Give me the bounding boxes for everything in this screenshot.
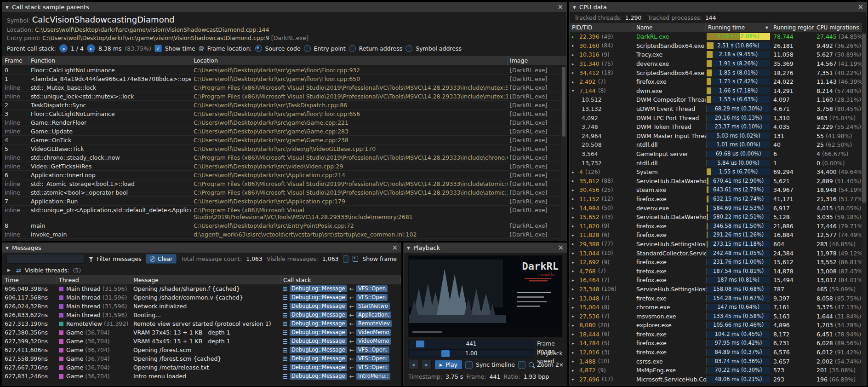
stack-frame-chip[interactable]: VFS::Open: <box>356 347 389 353</box>
scrollbar[interactable] <box>862 33 866 385</box>
expand-row-icon[interactable]: ▸ <box>572 215 577 219</box>
radio-label[interactable]: Return address <box>359 45 403 52</box>
filter-input[interactable] <box>6 254 84 264</box>
cpu-row[interactable]: ▸10,316(9)Tracy.exe2.18 s (9.45%)11,0585… <box>570 50 862 59</box>
visible-threads-row[interactable]: ▶ ⇄ Visible threads: (5) <box>2 265 401 275</box>
cpu-row[interactable]: ▸18,444(6)firefox.exe104.2 ms (0.45%)8,1… <box>570 330 862 339</box>
callstack-table-row[interactable]: 8mainC:\Users\wolf\Desktop\darkrl\src\En… <box>2 221 566 230</box>
radio-return-address[interactable] <box>349 45 356 52</box>
cpu-row[interactable]: ▾7,144(8)dwm.exe1.66 s (7.18%)14,2918,21… <box>570 87 862 96</box>
callstack-table-row[interactable]: 7Application::RunC:\Users\wolf\Desktop\d… <box>2 197 566 206</box>
show-frame-label[interactable]: Show frame <box>362 255 397 262</box>
expand-row-icon[interactable]: ▸ <box>572 287 577 291</box>
expand-row-icon[interactable]: ▸ <box>572 350 577 355</box>
stack-frame-chip[interactable]: VFS::Open: <box>356 364 389 371</box>
callstack-table-row[interactable]: inlinestd::_Mutex_base::lockC:\Program F… <box>2 83 566 92</box>
expand-row-icon[interactable]: ▸ <box>572 35 577 39</box>
cpu-row[interactable]: 13,732ntdll.dll5.84 us (0.00%)10 (0.00%) <box>570 158 862 168</box>
expand-row-icon[interactable]: ▸ <box>572 251 577 255</box>
expand-row-icon[interactable]: ▸ <box>572 206 577 210</box>
message-row[interactable]: 627,558,996nsGame (36,704)Opening /fores… <box>2 354 401 363</box>
callstack-table-row[interactable]: 2TaskDispatch::SyncC:\Users\wolf\Desktop… <box>2 101 566 110</box>
cpu-row[interactable]: ▸4,768(7)firefox.exe187.54 ms (0.81%)14,… <box>570 266 862 276</box>
expand-row-icon[interactable]: ▸ <box>572 269 577 273</box>
cpu-row[interactable]: ▸27,696(17)Microsoft.ServiceHub.Co48.06 … <box>570 375 862 384</box>
sync-timeline-checkbox[interactable] <box>465 361 473 369</box>
cpu-row[interactable]: ▸22,396(49)DarkRL.exe2.79 s (12.06%)78,7… <box>570 32 862 41</box>
frame-image-slider[interactable]: 441 <box>408 340 534 348</box>
collapse-icon[interactable]: ▼ <box>573 5 576 10</box>
expand-row-icon[interactable]: ▸ <box>572 196 577 201</box>
cpu-row[interactable]: ▸15,652(43)ServiceHub.DataWarehous580.22… <box>570 213 862 222</box>
expand-row-icon[interactable]: ▸ <box>572 233 577 237</box>
callstack-table-row[interactable]: inlinestd::unique_lock<std::mutex>::lock… <box>2 92 566 101</box>
cpu-row[interactable]: ▸27,536(7)msvsmon.exe133.45 ms (0.58%)5,… <box>570 312 862 321</box>
expand-row-icon[interactable]: ▸ <box>572 80 577 84</box>
radio-label[interactable]: Source code <box>265 45 301 52</box>
cpu-row[interactable]: ▸34,412(18)ScriptedSandbox64.exe1.85 s (… <box>570 68 862 77</box>
cpu-row[interactable]: 10,512DWM Compositor Thread1.53 s (6.63%… <box>570 95 862 104</box>
callstack-table-row[interactable]: 4Game::OnTickC:\Users\wolf\Desktop\darkr… <box>2 136 566 144</box>
show-time-label[interactable]: Show time <box>165 45 195 52</box>
message-row[interactable]: 627,411,606nsGame (36,704)Opening /fores… <box>2 346 401 354</box>
callstack-table-row[interactable]: inlineGame::RenderFloorC:\Users\wolf\Des… <box>2 118 566 127</box>
callstack-table-row[interactable]: inlinestd::unique_ptr<Application,std::d… <box>2 206 566 221</box>
cpu-row[interactable]: ▸4,872(9)MsMpEng.exe70.22 ms (0.30%)5732… <box>570 366 862 375</box>
stack-frame-chip[interactable]: DebugLog::Message <box>290 347 347 353</box>
step-back-button[interactable]: ◂ <box>408 360 418 370</box>
play-button[interactable]: ▶ Play <box>435 360 462 369</box>
playback-speed-slider[interactable]: 1.00 <box>408 349 534 358</box>
message-row[interactable]: 627,380,356nsGame (36,704)VRAM 37x45: 13… <box>2 328 401 337</box>
stack-frame-chip[interactable]: DebugLog::Message <box>290 285 347 292</box>
callstack-table-row[interactable]: inlineinvoke_maind:\agent\_work\63\s\src… <box>2 230 566 239</box>
cpu-row[interactable]: 24,964DWM Master Input Thread5.03 ms (0.… <box>570 132 862 141</box>
expand-row-icon[interactable]: ▸ <box>572 260 577 265</box>
next-parent-button[interactable]: ▸ <box>87 44 95 52</box>
message-row[interactable]: 627,831,246nsGame (36,704)Intro menu loa… <box>2 372 401 381</box>
cpu-row[interactable]: ▸11,820(9)firefox.exe346.58 ms (1.50%)21… <box>570 221 862 231</box>
cpu-row[interactable]: ▸13,048(7)firefox.exe154.28 ms (0.67%)9,… <box>570 294 862 303</box>
zoom-checkbox[interactable] <box>518 361 525 369</box>
expand-row-icon[interactable]: ▸ <box>572 70 577 75</box>
stack-frame-chip[interactable]: VFS::Open: <box>356 355 389 362</box>
expand-row-icon[interactable]: ▸ <box>572 314 577 318</box>
cpu-row[interactable]: ▸35,812(88)ServiceHub.DataWarehous670.41… <box>570 177 862 186</box>
cpu-row[interactable]: ▸12,016(3)firefox.exe84.89 ms (0.37%)6,5… <box>570 348 862 357</box>
show-time-checkbox[interactable]: ✓ <box>154 45 162 52</box>
cpu-row[interactable]: ▸11,828(6)firefox.exe291.26 ms (1.26%)16… <box>570 231 862 240</box>
close-icon[interactable]: × <box>558 244 564 251</box>
close-icon[interactable]: × <box>557 4 563 11</box>
cpu-row[interactable]: ▸12,692(9)firefox.exe231.76 ms (1.00%)15… <box>570 258 862 267</box>
expand-row-icon[interactable]: ▸ <box>572 62 577 66</box>
expand-row-icon[interactable]: ▸ <box>572 296 577 300</box>
cpu-row[interactable]: ▸14,784(5)firefox.exe97.95 ms (0.42%)6,7… <box>570 339 862 348</box>
column-header-running-regions[interactable]: Running regions <box>771 23 814 32</box>
callstack-table-row[interactable]: inlinestd::chrono::steady_clock::nowC:\P… <box>2 153 566 162</box>
cpu-row[interactable]: 4,092DWM LPC Port Thread29.16 ms (0.13%)… <box>570 113 862 122</box>
expand-row-icon[interactable]: ▸ <box>572 305 577 310</box>
stack-frame-chip[interactable]: VideoMemo <box>356 338 391 345</box>
message-row[interactable]: 626,024,328nsMain thread (31,596)Network… <box>2 302 401 311</box>
column-header-running-time[interactable]: Running time ▼ <box>706 23 771 32</box>
message-row[interactable]: 626,833,622nsMain thread (31,596)Booting… <box>2 311 401 319</box>
cpu-row[interactable]: ▸14,984(50)devenv.exe584.69 ms (2.53%)6,… <box>570 203 862 213</box>
cpu-row[interactable]: ▸16,464(7)firefox.exe187 ms (0.81%)15,49… <box>570 276 862 285</box>
stack-frame-chip[interactable]: Application: <box>356 312 391 318</box>
expand-row-icon[interactable]: ▸ <box>572 368 577 373</box>
step-forward-button[interactable]: ▸ <box>422 360 432 370</box>
stack-frame-chip[interactable]: DebugLog::Message <box>290 303 347 310</box>
expand-row-icon[interactable]: ▸ <box>572 278 577 283</box>
close-icon[interactable]: × <box>857 4 863 11</box>
radio-symbol-address[interactable] <box>405 45 412 52</box>
zoom-label[interactable]: Zoom 2× <box>537 361 564 368</box>
callstack-table-row[interactable]: 0Floor::CalcLightNoLuminanceC:\Users\wol… <box>2 66 566 75</box>
callstack-table-row[interactable]: 6Application::InnerLoopC:\Users\wolf\Des… <box>2 171 566 179</box>
collapse-icon[interactable]: ▼ <box>407 246 410 250</box>
stack-frame-chip[interactable]: VideoMemo <box>356 329 391 336</box>
cpu-row[interactable]: ▸31,340(75)devenv.exe1.91 s (8.26%)35,36… <box>570 59 862 69</box>
expand-row-icon[interactable]: ▸ <box>572 359 577 364</box>
sync-timeline-label[interactable]: Sync timeline <box>476 361 515 368</box>
prev-parent-button[interactable]: ◂ <box>59 44 68 52</box>
column-header-pid[interactable]: PID/TID <box>570 23 634 32</box>
cpu-row[interactable]: ▸2,492(7)firefox.exe1.71 s (7.42%)24,022… <box>570 77 862 87</box>
